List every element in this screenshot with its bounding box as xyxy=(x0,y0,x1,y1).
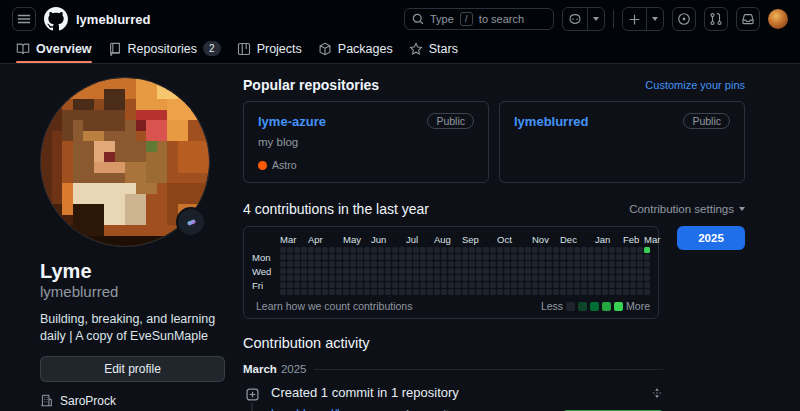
contribution-cell[interactable] xyxy=(413,268,419,274)
contribution-cell[interactable] xyxy=(364,261,370,267)
contribution-cell[interactable] xyxy=(441,261,447,267)
create-new-dropdown-button[interactable] xyxy=(646,8,663,30)
contribution-cell[interactable] xyxy=(357,268,363,274)
contribution-cell[interactable] xyxy=(434,275,440,281)
contribution-cell[interactable] xyxy=(574,275,580,281)
contribution-cell[interactable] xyxy=(490,282,496,288)
contribution-cell[interactable] xyxy=(483,254,489,260)
contribution-cell[interactable] xyxy=(287,282,293,288)
contribution-cell[interactable] xyxy=(329,247,335,253)
contribution-cell[interactable] xyxy=(518,247,524,253)
contribution-cell[interactable] xyxy=(504,289,510,295)
contribution-cell[interactable] xyxy=(630,261,636,267)
fold-button[interactable] xyxy=(651,387,663,399)
contribution-cell[interactable] xyxy=(294,282,300,288)
contribution-cell[interactable] xyxy=(315,261,321,267)
contribution-cell[interactable] xyxy=(476,247,482,253)
contribution-cell[interactable] xyxy=(441,254,447,260)
contribution-cell[interactable] xyxy=(399,289,405,295)
contribution-cell[interactable] xyxy=(490,247,496,253)
contribution-cell[interactable] xyxy=(553,247,559,253)
contribution-cell[interactable] xyxy=(371,247,377,253)
contribution-cell[interactable] xyxy=(448,282,454,288)
contribution-cell[interactable] xyxy=(350,282,356,288)
contribution-cell[interactable] xyxy=(462,268,468,274)
contribution-cell[interactable] xyxy=(315,289,321,295)
tab-overview[interactable]: Overview xyxy=(8,38,100,63)
contribution-cell[interactable] xyxy=(350,268,356,274)
contribution-cell[interactable] xyxy=(616,247,622,253)
hamburger-menu-button[interactable] xyxy=(12,7,36,31)
contribution-cell[interactable] xyxy=(497,268,503,274)
contribution-cell[interactable] xyxy=(637,289,643,295)
contribution-cell[interactable] xyxy=(364,254,370,260)
contribution-cell[interactable] xyxy=(476,254,482,260)
contribution-cell[interactable] xyxy=(434,268,440,274)
contribution-cell[interactable] xyxy=(504,254,510,260)
contribution-cell[interactable] xyxy=(539,254,545,260)
contribution-cell[interactable] xyxy=(511,254,517,260)
contribution-cell[interactable] xyxy=(616,275,622,281)
contribution-cell[interactable] xyxy=(504,268,510,274)
contribution-cell[interactable] xyxy=(448,261,454,267)
contribution-cell[interactable] xyxy=(532,247,538,253)
contribution-cell[interactable] xyxy=(399,282,405,288)
contribution-cell[interactable] xyxy=(623,254,629,260)
contribution-cell[interactable] xyxy=(623,247,629,253)
contribution-cell[interactable] xyxy=(623,268,629,274)
contribution-cell[interactable] xyxy=(301,254,307,260)
contribution-cell[interactable] xyxy=(602,247,608,253)
contribution-cell[interactable] xyxy=(357,261,363,267)
contribution-cell[interactable] xyxy=(567,289,573,295)
contribution-cell[interactable] xyxy=(427,289,433,295)
contribution-cell[interactable] xyxy=(371,282,377,288)
contribution-cell[interactable] xyxy=(322,247,328,253)
contribution-cell[interactable] xyxy=(385,275,391,281)
contribution-cell[interactable] xyxy=(609,275,615,281)
contribution-cell[interactable] xyxy=(406,289,412,295)
customize-pins-link[interactable]: Customize your pins xyxy=(645,79,745,91)
contribution-cell[interactable] xyxy=(560,268,566,274)
contribution-cell[interactable] xyxy=(581,282,587,288)
contribution-cell[interactable] xyxy=(469,254,475,260)
contribution-cell[interactable] xyxy=(448,275,454,281)
contribution-cell[interactable] xyxy=(392,275,398,281)
contribution-cell[interactable] xyxy=(287,289,293,295)
contribution-cell[interactable] xyxy=(497,275,503,281)
contribution-cell[interactable] xyxy=(637,282,643,288)
contribution-cell[interactable] xyxy=(455,261,461,267)
contribution-cell[interactable] xyxy=(392,282,398,288)
contribution-cell[interactable] xyxy=(623,275,629,281)
contribution-cell[interactable] xyxy=(294,247,300,253)
contribution-cell[interactable] xyxy=(413,275,419,281)
contribution-cell[interactable] xyxy=(553,282,559,288)
contribution-cell[interactable] xyxy=(294,289,300,295)
contribution-cell[interactable] xyxy=(588,254,594,260)
contribution-cell[interactable] xyxy=(336,282,342,288)
contribution-cell[interactable] xyxy=(539,261,545,267)
contribution-cell[interactable] xyxy=(392,268,398,274)
contribution-cell[interactable] xyxy=(406,254,412,260)
contribution-cell[interactable] xyxy=(581,289,587,295)
contribution-cell[interactable] xyxy=(301,282,307,288)
contribution-cell[interactable] xyxy=(644,261,650,267)
contribution-cell[interactable] xyxy=(315,247,321,253)
contribution-cell[interactable] xyxy=(308,282,314,288)
contribution-cell[interactable] xyxy=(357,254,363,260)
contribution-cell[interactable] xyxy=(413,289,419,295)
contribution-cell[interactable] xyxy=(371,289,377,295)
contribution-cell[interactable] xyxy=(294,254,300,260)
contribution-cell[interactable] xyxy=(539,289,545,295)
contribution-cell[interactable] xyxy=(574,261,580,267)
contribution-cell[interactable] xyxy=(301,247,307,253)
contribution-cell[interactable] xyxy=(280,275,286,281)
contribution-cell[interactable] xyxy=(546,275,552,281)
contribution-cell[interactable] xyxy=(581,261,587,267)
contribution-cell[interactable] xyxy=(532,275,538,281)
contribution-cell[interactable] xyxy=(329,268,335,274)
contribution-cell[interactable] xyxy=(602,282,608,288)
contribution-cell[interactable] xyxy=(294,268,300,274)
contribution-cell[interactable] xyxy=(497,282,503,288)
contribution-cell[interactable] xyxy=(553,275,559,281)
contribution-cell[interactable] xyxy=(644,254,650,260)
